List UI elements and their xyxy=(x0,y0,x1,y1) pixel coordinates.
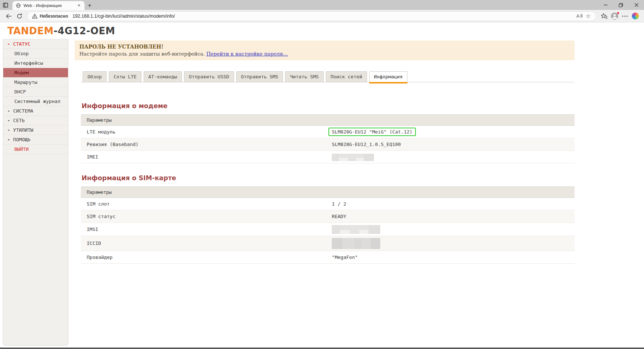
sidebar-item-help[interactable]: ►ПОМОЩЬ xyxy=(3,135,68,145)
logo-primary: TANDEM xyxy=(7,25,54,36)
value-text: 1 / 2 xyxy=(332,201,346,207)
info-sections: Информация о модемеПараметрыLTE модульSL… xyxy=(81,102,575,264)
sidebar-item-interfaces[interactable]: Интерфейсы xyxy=(3,58,68,68)
tab-network-search[interactable]: Поиск сетей xyxy=(326,71,367,82)
param-label: SIM статус xyxy=(81,210,328,223)
sidebar-item-label: СЕТЬ xyxy=(13,118,25,123)
params-table-modem-info: ПараметрыLTE модульSLM828G-EU12 "MeiG" (… xyxy=(81,114,575,163)
refresh-icon[interactable] xyxy=(15,11,24,21)
content-inner: ОбзорСоты LTEAT-командыОтправить USSDОтп… xyxy=(81,71,575,264)
browser-toolbar: Небезопасно 192.168.1.1/cgi-bin/luci//ad… xyxy=(0,10,644,22)
taskbar-edge xyxy=(0,348,644,349)
value-text: "MegaFon" xyxy=(332,254,357,260)
sidebar-item-routes[interactable]: Маршруты xyxy=(3,78,68,87)
highlighted-value: SLM828G-EU12 "MeiG" (Cat.12) xyxy=(328,128,415,136)
banner-message-text: Настройте пароль для защиты веб-интерфей… xyxy=(79,51,205,57)
redacted-value xyxy=(332,225,380,234)
param-value: SLM828G-EU12_1.0.5_EQ100 xyxy=(328,138,575,151)
sidebar-item-label: СТАТУС xyxy=(13,41,30,47)
tab-read-sms[interactable]: Читать SMS xyxy=(285,71,323,82)
new-tab-button[interactable]: + xyxy=(84,1,95,10)
chevron-right-icon: ► xyxy=(8,109,10,113)
sidebar-item-overview[interactable]: Обзор xyxy=(3,49,68,58)
close-button[interactable] xyxy=(629,0,644,10)
globe-icon xyxy=(16,3,21,8)
table-row: LTE модульSLM828G-EU12 "MeiG" (Cat.12) xyxy=(81,126,575,138)
sidebar-item-system[interactable]: ►СИСТЕМА xyxy=(3,106,68,116)
tab-lte-cells[interactable]: Соты LTE xyxy=(109,71,141,82)
password-warning-banner: ПАРОЛЬ НЕ УСТАНОВЛЕН! Настройте пароль д… xyxy=(75,40,575,60)
minimize-button[interactable] xyxy=(598,0,613,10)
svg-text:A: A xyxy=(576,14,579,19)
tab-at-commands[interactable]: AT-команды xyxy=(144,71,182,82)
tab-overview[interactable]: Обзор xyxy=(83,71,107,82)
param-value: READY xyxy=(328,210,575,223)
table-row: Ревизия (Baseband)SLM828G-EU12_1.0.5_EQ1… xyxy=(81,138,575,151)
notification-dot xyxy=(617,12,619,14)
copilot-icon[interactable] xyxy=(630,11,640,21)
sidebar-item-syslog[interactable]: Системный журнал xyxy=(3,97,68,106)
tab-information[interactable]: Информация xyxy=(369,71,407,82)
profile-avatar[interactable] xyxy=(609,11,620,21)
sidebar-item-label: ВЫЙТИ xyxy=(14,146,29,152)
favorites-hub-icon[interactable] xyxy=(599,11,609,21)
sidebar-item-label: ПОМОЩЬ xyxy=(13,137,30,142)
redacted-value xyxy=(332,238,380,249)
banner-title: ПАРОЛЬ НЕ УСТАНОВЛЕН! xyxy=(79,44,570,50)
sidebar-item-label: Маршруты xyxy=(14,79,37,85)
param-value xyxy=(328,236,575,251)
sidebar-item-utilities[interactable]: ►УТИЛИТЫ xyxy=(3,125,68,135)
logo-secondary: -4G12-OEM xyxy=(54,25,115,36)
table-row: IMEI xyxy=(81,151,575,163)
sidebar-item-network[interactable]: ►СЕТЬ xyxy=(3,116,68,125)
chevron-right-icon: ► xyxy=(8,128,10,132)
table-header: Параметры xyxy=(81,187,575,198)
back-icon[interactable] xyxy=(4,11,13,21)
table-header: Параметры xyxy=(81,115,575,126)
param-value xyxy=(328,151,575,163)
sidebar-menu: ►СТАТУСОбзорИнтерфейсыМодемМаршрутыDHCPС… xyxy=(3,39,68,154)
browser-tab-strip: Web - Информация × + xyxy=(0,0,644,10)
param-label: ICCID xyxy=(81,236,328,251)
sidebar-item-label: Системный журнал xyxy=(14,99,60,104)
main-content: ПАРОЛЬ НЕ УСТАНОВЛЕН! Настройте пароль д… xyxy=(68,39,575,264)
browser-tab[interactable]: Web - Информация × xyxy=(12,1,84,10)
param-value: 1 / 2 xyxy=(328,198,575,210)
param-value xyxy=(328,223,575,236)
favorite-star-icon[interactable]: ☆ xyxy=(584,12,593,20)
param-label: SIM слот xyxy=(81,198,328,210)
sidebar-item-label: Модем xyxy=(14,70,29,75)
password-settings-link[interactable]: Перейти к настройке пароля… xyxy=(206,51,288,57)
sidebar-item-label: УТИЛИТЫ xyxy=(13,127,33,133)
more-menu-icon[interactable] xyxy=(620,11,630,21)
sidebar-item-status[interactable]: ►СТАТУС xyxy=(3,39,68,49)
table-row: SIM слот1 / 2 xyxy=(81,198,575,210)
value-text: SLM828G-EU12_1.0.5_EQ100 xyxy=(332,142,401,147)
tab-send-ussd[interactable]: Отправить USSD xyxy=(184,71,234,82)
sidebar-item-label: СИСТЕМА xyxy=(13,108,33,114)
sidebar-item-dhcp[interactable]: DHCP xyxy=(3,87,68,97)
security-label: Небезопасно xyxy=(40,14,68,19)
param-label: IMEI xyxy=(81,151,328,163)
params-table-sim-info: ПараметрыSIM слот1 / 2SIM статусREADYIMS… xyxy=(81,186,575,264)
address-bar[interactable]: Небезопасно 192.168.1.1/cgi-bin/luci//ad… xyxy=(27,11,596,21)
sidebar-item-label: DHCP xyxy=(14,89,26,95)
tab-close-icon[interactable]: × xyxy=(76,3,82,8)
read-aloud-icon[interactable]: A xyxy=(575,12,584,20)
tab-send-sms[interactable]: Отправить SMS xyxy=(236,71,283,82)
table-row: ICCID xyxy=(81,236,575,251)
sidebar-item-logout[interactable]: ВЫЙТИ xyxy=(3,145,68,154)
sidebar-item-label: Интерфейсы xyxy=(14,60,43,66)
site-logo: TANDEM-4G12-OEM xyxy=(7,25,115,36)
modem-tabbar: ОбзорСоты LTEAT-командыОтправить USSDОтп… xyxy=(81,71,575,82)
param-value: SLM828G-EU12 "MeiG" (Cat.12) xyxy=(328,126,575,138)
tab-actions-icon[interactable] xyxy=(0,0,11,10)
chevron-right-icon: ► xyxy=(8,138,10,141)
sidebar-item-label: Обзор xyxy=(14,51,29,56)
url-text: 192.168.1.1/cgi-bin/luci//admin/status/m… xyxy=(72,14,175,19)
sidebar-item-modem[interactable]: Модем xyxy=(3,68,68,78)
restore-button[interactable] xyxy=(613,0,629,10)
section-title-sim-info: Информация о SIM-карте xyxy=(82,174,575,182)
section-title-modem-info: Информация о модеме xyxy=(82,102,575,110)
banner-message: Настройте пароль для защиты веб-интерфей… xyxy=(79,51,570,57)
